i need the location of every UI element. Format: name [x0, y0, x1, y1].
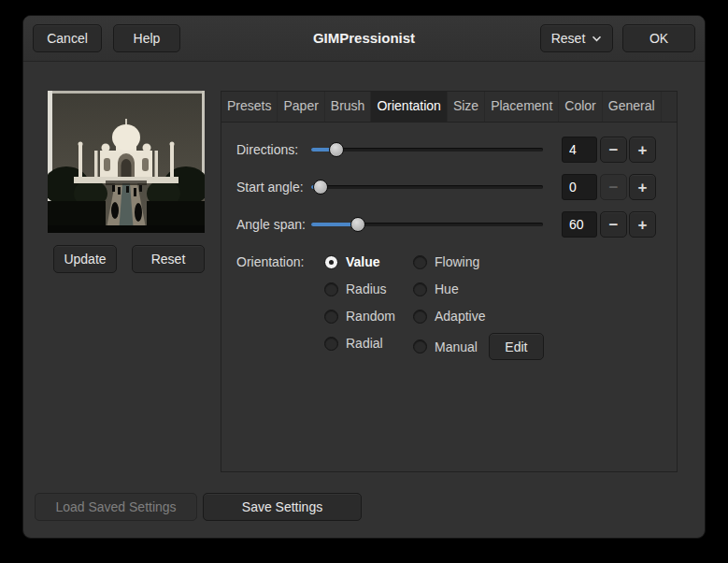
preview-reset-button[interactable]: Reset	[132, 245, 205, 273]
directions-label: Directions:	[236, 137, 298, 163]
update-button[interactable]: Update	[53, 245, 117, 273]
start-angle-value-input[interactable]	[562, 174, 597, 200]
angle-span-minus-button[interactable]: −	[600, 211, 627, 238]
tab-brush[interactable]: Brush	[325, 92, 372, 122]
tab-color[interactable]: Color	[559, 92, 602, 122]
orientation-options: Value Flowing Radius Hue Random Adaptive	[324, 252, 544, 360]
start-angle-slider[interactable]	[311, 174, 543, 200]
gimpressionist-dialog: Cancel Help GIMPressionist Reset OK	[22, 15, 706, 539]
tab-presets[interactable]: Presets	[221, 92, 278, 122]
radio-button-icon	[413, 310, 427, 324]
angle-span-value-input[interactable]	[562, 211, 597, 238]
angle-span-slider[interactable]	[311, 211, 543, 238]
angle-span-label: Angle span:	[236, 211, 306, 238]
radio-option-manual[interactable]: Manual	[413, 337, 478, 357]
slider-track[interactable]	[311, 148, 543, 152]
notebook: Presets Paper Brush Orientation Size Pla…	[221, 91, 678, 472]
radio-button-icon	[324, 310, 338, 324]
plus-icon: +	[638, 142, 648, 158]
angle-span-plus-button[interactable]: +	[629, 211, 656, 238]
radio-button-icon	[413, 339, 427, 354]
directions-plus-button[interactable]: +	[629, 137, 656, 163]
radio-option-radius[interactable]: Radius	[324, 279, 413, 299]
edit-button[interactable]: Edit	[489, 333, 544, 360]
radio-option-value[interactable]: Value	[324, 252, 413, 272]
save-settings-button[interactable]: Save Settings	[203, 493, 362, 521]
start-angle-row: Start angle: − +	[221, 174, 677, 200]
radio-option-label: Value	[346, 254, 380, 269]
radio-option-random[interactable]: Random	[324, 306, 413, 326]
desktop: { "window": { "title": "GIMPressionist" …	[0, 0, 728, 563]
radio-button-icon	[413, 282, 427, 296]
start-angle-plus-button[interactable]: +	[629, 174, 656, 200]
slider-handle[interactable]	[329, 142, 344, 157]
manual-cell: Manual Edit	[413, 333, 544, 360]
radio-option-radial[interactable]: Radial	[324, 333, 413, 354]
radio-button-icon	[324, 337, 338, 351]
slider-handle[interactable]	[350, 217, 365, 232]
radio-option-label: Adaptive	[435, 309, 485, 324]
radio-option-hue[interactable]: Hue	[413, 279, 544, 299]
preview-area	[48, 91, 205, 233]
plus-icon: +	[638, 217, 648, 233]
angle-span-row: Angle span: − +	[221, 211, 677, 238]
minus-icon: −	[609, 180, 619, 195]
radio-option-adaptive[interactable]: Adaptive	[413, 306, 544, 326]
cancel-button[interactable]: Cancel	[33, 24, 102, 52]
orientation-label: Orientation:	[236, 252, 304, 272]
tab-bar: Presets Paper Brush Orientation Size Pla…	[221, 92, 677, 123]
tab-general[interactable]: General	[603, 92, 662, 122]
slider-handle[interactable]	[313, 180, 328, 195]
minus-icon: −	[609, 142, 619, 158]
reset-menu-label: Reset	[551, 31, 586, 46]
directions-row: Directions: − +	[221, 137, 677, 163]
radio-option-label: Flowing	[435, 254, 479, 269]
tab-paper[interactable]: Paper	[278, 92, 324, 122]
window-title: GIMPressionist	[313, 16, 415, 61]
radio-option-label: Hue	[435, 282, 459, 296]
tab-orientation[interactable]: Orientation	[371, 92, 447, 122]
start-angle-minus-button[interactable]: −	[600, 174, 627, 200]
radio-button-icon	[324, 255, 338, 269]
tab-placement[interactable]: Placement	[485, 92, 559, 122]
minus-icon: −	[609, 217, 619, 233]
reset-menu-button[interactable]: Reset	[540, 24, 613, 52]
header-bar: Cancel Help GIMPressionist Reset OK	[23, 16, 705, 62]
preview-image	[48, 91, 205, 233]
radio-option-label: Manual	[435, 339, 478, 354]
slider-track[interactable]	[311, 185, 543, 189]
directions-slider[interactable]	[311, 137, 543, 163]
ok-button[interactable]: OK	[622, 24, 695, 52]
plus-icon: +	[638, 180, 648, 195]
radio-button-icon	[413, 255, 427, 269]
load-settings-button[interactable]: Load Saved Settings	[35, 493, 197, 521]
directions-minus-button[interactable]: −	[600, 137, 627, 163]
start-angle-label: Start angle:	[236, 174, 304, 200]
radio-option-label: Radius	[346, 282, 387, 296]
help-button[interactable]: Help	[113, 24, 180, 52]
radio-option-flowing[interactable]: Flowing	[413, 252, 544, 272]
directions-value-input[interactable]	[562, 137, 597, 163]
radio-option-label: Radial	[346, 336, 383, 351]
radio-option-label: Random	[346, 309, 395, 324]
chevron-down-icon	[592, 36, 602, 42]
radio-button-icon	[324, 282, 338, 296]
tab-size[interactable]: Size	[448, 92, 485, 122]
